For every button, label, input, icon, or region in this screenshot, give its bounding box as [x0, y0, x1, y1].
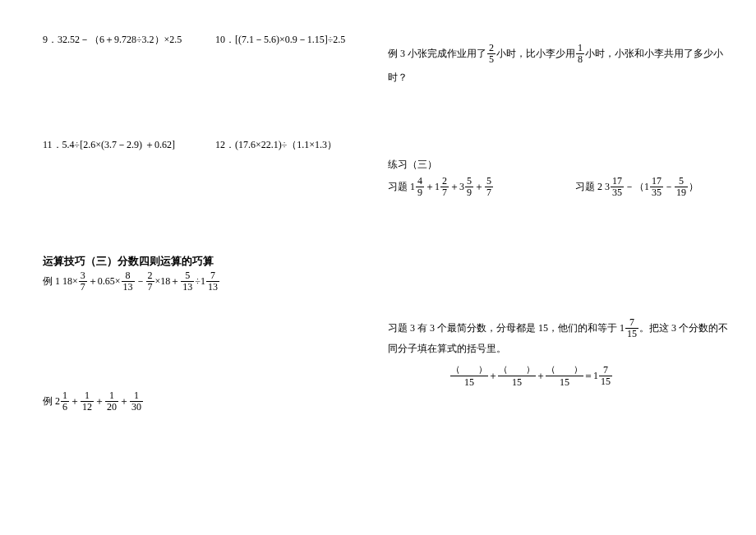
- ex1-op2: －: [136, 274, 145, 288]
- q3-blank3-num: （ ）: [546, 363, 583, 376]
- ex1-f5-num: 7: [206, 270, 219, 282]
- problem-10-text: 10．[(7.1－5.6)×0.9－1.15]÷2.5: [215, 33, 345, 47]
- ex2-f2-den: 12: [81, 402, 94, 413]
- problem-11: 11．5.4÷[2.6×(3.7－2.9) ＋0.62]: [43, 138, 175, 152]
- q2-f1-num: 17: [611, 176, 624, 187]
- section-title: 运算技巧（三）分数四则运算的巧算: [43, 254, 214, 269]
- practice-title-text: 练习（三）: [388, 158, 437, 172]
- q3-result-frac: 7 15: [599, 365, 612, 387]
- ex2-frac-2: 1 12: [81, 390, 94, 413]
- q1-op2: ＋3: [449, 180, 464, 194]
- q3-text-c: 同分子填在算式的括号里。: [388, 342, 506, 356]
- q1-f1-num: 4: [416, 176, 424, 187]
- q3-blank1-num: （ ）: [450, 363, 488, 376]
- ex2-f1-den: 6: [61, 402, 69, 413]
- q3-blank2-den: 15: [498, 376, 536, 389]
- ex2-op2: ＋: [94, 394, 104, 408]
- q2-label: 习题 2 3: [575, 180, 610, 194]
- q3-rf-num: 7: [599, 365, 612, 376]
- q2-op1: －（1: [625, 180, 649, 194]
- q3-f1-num: 7: [625, 317, 638, 329]
- q1-f4-den: 7: [485, 187, 493, 198]
- q3-blank2-num: （ ）: [498, 363, 536, 376]
- q1-label: 习题 1: [388, 180, 415, 194]
- section-title-text: 运算技巧（三）分数四则运算的巧算: [43, 254, 214, 269]
- q3-plus-2: ＋: [536, 369, 546, 383]
- ex1-label: 例 1 18×: [43, 274, 78, 288]
- q2-frac-1: 17 35: [611, 176, 624, 198]
- ex1-op1: ＋0.65×: [88, 274, 121, 288]
- example-3-line2: 时？: [388, 71, 408, 85]
- q2-f1-den: 35: [611, 187, 624, 198]
- ex2-frac-3: 1 20: [105, 390, 118, 413]
- question-3-line1: 习题 3 有 3 个最简分数，分母都是 15，他们的和等于 1 7 15 。把这…: [388, 317, 728, 339]
- q1-f3-den: 9: [465, 187, 473, 198]
- problem-12-text: 12．(17.6×22.1)÷（1.1×1.3）: [215, 138, 337, 152]
- problem-10: 10．[(7.1－5.6)×0.9－1.15]÷2.5: [215, 33, 345, 47]
- q1-f2-num: 2: [440, 176, 449, 187]
- ex1-frac-4: 5 13: [181, 270, 194, 293]
- ex1-f3-den: 7: [146, 282, 154, 293]
- q2-f3-num: 5: [675, 176, 688, 187]
- example-2: 例 2 1 6 ＋ 1 12 ＋ 1 20 ＋ 1 30: [43, 390, 144, 413]
- q1-f4-num: 5: [485, 176, 493, 187]
- ex3-text-d: 时？: [388, 71, 408, 85]
- q3-text-b: 。把这 3 个分数的不: [639, 321, 728, 335]
- ex2-op1: ＋: [70, 394, 80, 408]
- ex1-f1-den: 7: [79, 282, 87, 293]
- q1-f2-den: 7: [440, 187, 449, 198]
- problem-9-text: 9．32.52－（6＋9.728÷3.2）×2.5: [43, 33, 182, 47]
- q3-eq: ＝1: [583, 369, 598, 383]
- ex1-f2-den: 13: [122, 282, 135, 293]
- q2-op3: ）: [689, 180, 698, 194]
- q1-f3-num: 5: [465, 176, 473, 187]
- ex3-f1-num: 2: [487, 43, 496, 54]
- ex3-f2-den: 8: [576, 54, 584, 65]
- ex2-frac-1: 1 6: [61, 390, 69, 413]
- example-1: 例 1 18× 3 7 ＋0.65× 8 13 － 2 7 ×18＋ 5 13 …: [43, 270, 220, 293]
- ex1-f3-num: 2: [146, 270, 154, 282]
- ex3-text-a: 例 3 小张完成作业用了: [388, 47, 486, 61]
- q3-plus-1: ＋: [488, 369, 498, 383]
- example-3-line1: 例 3 小张完成作业用了 2 5 小时，比小李少用 1 8 小时，小张和小李共用…: [388, 43, 723, 65]
- ex3-text-c: 小时，小张和小李共用了多少小: [585, 47, 723, 61]
- q2-f2-den: 35: [650, 187, 663, 198]
- q1-op3: ＋: [474, 180, 484, 194]
- ex1-f5-den: 13: [206, 282, 219, 293]
- q2-frac-2: 17 35: [650, 176, 663, 198]
- ex3-f2-num: 1: [576, 43, 584, 54]
- q3-blank3-den: 15: [546, 376, 583, 389]
- q3-blank-2: （ ） 15: [498, 363, 536, 389]
- ex2-f1-num: 1: [61, 390, 69, 402]
- question-2: 习题 2 3 17 35 －（1 17 35 － 5 19 ）: [575, 176, 698, 198]
- q3-f1-den: 15: [625, 329, 638, 339]
- q3-blank1-den: 15: [450, 376, 488, 389]
- q1-frac-4: 5 7: [485, 176, 493, 198]
- ex2-f2-num: 1: [81, 390, 94, 402]
- q3-rf-den: 15: [599, 376, 612, 387]
- ex2-label: 例 2: [43, 394, 60, 408]
- problem-9: 9．32.52－（6＋9.728÷3.2）×2.5: [43, 33, 182, 47]
- ex1-frac-2: 8 13: [122, 270, 135, 293]
- problem-12: 12．(17.6×22.1)÷（1.1×1.3）: [215, 138, 337, 152]
- question-3-line2: 同分子填在算式的括号里。: [388, 342, 506, 356]
- ex2-f4-num: 1: [130, 390, 143, 402]
- problem-11-text: 11．5.4÷[2.6×(3.7－2.9) ＋0.62]: [43, 138, 175, 152]
- q2-frac-3: 5 19: [675, 176, 688, 198]
- ex1-frac-1: 3 7: [79, 270, 87, 293]
- ex3-frac-2: 1 8: [576, 43, 584, 65]
- q1-frac-2: 2 7: [440, 176, 449, 198]
- ex1-f4-den: 13: [181, 282, 194, 293]
- ex2-f4-den: 30: [130, 402, 143, 413]
- q2-f3-den: 19: [675, 187, 688, 198]
- ex2-op3: ＋: [119, 394, 129, 408]
- ex3-frac-1: 2 5: [487, 43, 496, 65]
- q1-frac-3: 5 9: [465, 176, 473, 198]
- ex2-frac-4: 1 30: [130, 390, 143, 413]
- ex1-frac-3: 2 7: [146, 270, 154, 293]
- ex1-f1-num: 3: [79, 270, 87, 282]
- q3-blank-3: （ ） 15: [546, 363, 583, 389]
- ex3-text-b: 小时，比小李少用: [496, 47, 575, 61]
- ex1-op3: ×18＋: [155, 274, 181, 288]
- ex2-f3-num: 1: [105, 390, 118, 402]
